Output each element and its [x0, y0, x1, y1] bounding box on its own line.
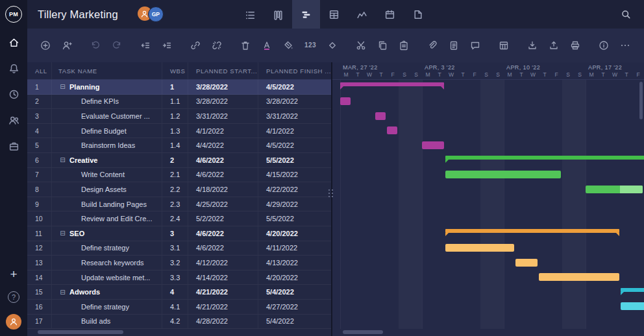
table-row[interactable]: 13 ⊟Research keywords 3.2 4/12/2022 4/13…	[27, 256, 331, 270]
gantt-bar[interactable]	[445, 156, 644, 160]
table-row[interactable]: 4 ⊟Define Budget 1.3 4/1/2022 4/1/2022	[27, 124, 331, 139]
export-button[interactable]	[547, 39, 560, 52]
sidebar-team-button[interactable]	[8, 115, 19, 126]
gantt-hscrollbar[interactable]	[332, 328, 644, 336]
view-activity-button[interactable]	[348, 0, 376, 29]
comment-button[interactable]	[469, 39, 482, 52]
more-button[interactable]	[619, 39, 632, 52]
gantt-hscroll-thumb[interactable]	[343, 330, 383, 334]
gantt-vscroll-thumb[interactable]	[639, 82, 643, 119]
assign-user-button[interactable]	[60, 39, 73, 52]
table-row[interactable]: 3 ⊟Evaluate Customer ... 1.2 3/31/2022 3…	[27, 109, 331, 124]
cell-planned-start: 5/2/2022	[188, 211, 258, 226]
milestone-icon	[327, 40, 338, 51]
copy-button[interactable]	[376, 39, 389, 52]
gantt-bar[interactable]	[539, 273, 619, 281]
gantt-bar[interactable]	[586, 186, 643, 193]
sidebar-recent-button[interactable]	[8, 89, 19, 100]
cell-wbs: 2.3	[162, 197, 188, 211]
title-bar: Tillery Marketing GP	[27, 0, 644, 29]
redo-button[interactable]	[110, 39, 123, 52]
cell-task-name: ⊟Define strategy	[52, 241, 162, 256]
view-list-button[interactable]	[236, 0, 264, 29]
column-header-start[interactable]: PLANNED START...	[188, 62, 258, 79]
table-row[interactable]: 8 ⊟Design Assets 2.2 4/18/2022 4/22/2022	[27, 182, 331, 197]
sidebar-help-button[interactable]: ?	[8, 291, 19, 303]
user-avatar[interactable]	[6, 314, 21, 330]
add-task-button[interactable]	[39, 39, 52, 52]
column-header-finish[interactable]: PLANNED FINISH ...	[258, 62, 331, 79]
activity-view-icon	[356, 9, 367, 20]
sidebar-notifications-button[interactable]	[8, 63, 19, 74]
sidebar-home-button[interactable]	[8, 37, 19, 48]
table-row[interactable]: 10 ⊟Review and Edit Cre... 2.4 5/2/2022 …	[27, 211, 331, 226]
gantt-bar[interactable]	[445, 171, 561, 178]
cell-planned-start: 3/31/2022	[188, 109, 258, 123]
table-row[interactable]: 9 ⊟Build Landing Pages 2.3 4/25/2022 4/2…	[27, 197, 331, 212]
view-calendar-button[interactable]	[376, 0, 404, 29]
table-row[interactable]: 1 ⊟Planning 1 3/28/2022 4/5/2022	[27, 80, 331, 95]
app-logo[interactable]: PM	[5, 6, 22, 23]
view-reports-button[interactable]	[404, 0, 432, 29]
table-row[interactable]: 6 ⊟Creative 2 4/6/2022 5/5/2022	[27, 153, 331, 168]
gantt-bar[interactable]	[445, 229, 619, 233]
column-header-all[interactable]: ALL	[27, 62, 52, 79]
fill-color-button[interactable]	[282, 39, 295, 52]
view-board-button[interactable]	[264, 0, 292, 29]
sidebar-projects-button[interactable]	[8, 141, 19, 152]
gantt-vscrollbar[interactable]	[639, 82, 643, 328]
collapse-icon[interactable]: ⊟	[58, 156, 67, 163]
collapse-icon[interactable]: ⊟	[58, 230, 67, 237]
table-hscroll-thumb[interactable]	[38, 330, 123, 334]
attach-button[interactable]	[426, 39, 439, 52]
gantt-bar[interactable]	[515, 259, 538, 267]
view-gantt-button[interactable]	[292, 0, 320, 29]
table-row[interactable]: 11 ⊟SEO 3 4/6/2022 4/20/2022	[27, 226, 331, 241]
search-button[interactable]	[618, 6, 634, 22]
gantt-bar[interactable]	[375, 112, 386, 120]
gantt-bar[interactable]	[387, 126, 397, 134]
unlink-icon	[212, 40, 222, 51]
cut-button[interactable]	[354, 39, 367, 52]
cell-task-name: ⊟Research keywords	[52, 256, 162, 270]
gantt-bar[interactable]	[422, 141, 444, 149]
table-row[interactable]: 14 ⊟Update website met... 3.3 4/14/2022 …	[27, 270, 331, 285]
table-grid-button[interactable]	[497, 39, 510, 52]
collapse-icon[interactable]: ⊟	[58, 289, 67, 296]
notes-button[interactable]	[447, 39, 460, 52]
gantt-bar[interactable]	[445, 244, 514, 252]
pane-splitter[interactable]	[328, 189, 333, 197]
gantt-bar[interactable]	[340, 82, 444, 86]
table-row[interactable]: 15 ⊟Adwords 4 4/21/2022 5/4/2022	[27, 285, 331, 300]
undo-button[interactable]	[89, 39, 102, 52]
view-sheet-button[interactable]	[320, 0, 348, 29]
member-avatar-2[interactable]: GP	[148, 6, 164, 22]
gantt-bar[interactable]	[340, 97, 351, 105]
table-row[interactable]: 17 ⊟Build ads 4.2 4/28/2022 5/4/2022	[27, 315, 331, 330]
numbers-button[interactable]: 123	[303, 41, 317, 50]
collapse-icon[interactable]: ⊟	[58, 83, 67, 90]
paste-button[interactable]	[397, 39, 410, 52]
delete-task-button[interactable]	[239, 39, 252, 52]
column-header-task[interactable]: TASK NAME	[52, 62, 162, 79]
link-tasks-button[interactable]	[189, 39, 202, 52]
table-row[interactable]: 7 ⊟Write Content 2.1 4/6/2022 4/15/2022	[27, 168, 331, 183]
table-row[interactable]: 5 ⊟Brainstorm Ideas 1.4 4/4/2022 4/5/202…	[27, 138, 331, 153]
unlink-tasks-button[interactable]	[210, 39, 223, 52]
clock-icon	[8, 89, 19, 100]
cell-planned-start: 4/18/2022	[188, 182, 258, 197]
print-button[interactable]	[569, 39, 582, 52]
info-button[interactable]	[597, 39, 610, 52]
fill-color-icon	[283, 40, 293, 51]
table-row[interactable]: 12 ⊟Define strategy 3.1 4/6/2022 4/11/20…	[27, 241, 331, 256]
font-color-button[interactable]	[260, 39, 273, 52]
table-row[interactable]: 2 ⊟Define KPIs 1.1 3/28/2022 3/28/2022	[27, 95, 331, 110]
column-header-wbs[interactable]: WBS	[162, 62, 188, 79]
indent-button[interactable]	[160, 39, 173, 52]
sidebar-add-button[interactable]: +	[10, 268, 17, 280]
table-row[interactable]: 16 ⊟Define strategy 4.1 4/21/2022 4/27/2…	[27, 300, 331, 315]
table-hscrollbar[interactable]	[27, 328, 331, 336]
milestone-button[interactable]	[326, 39, 339, 52]
outdent-button[interactable]	[139, 39, 152, 52]
import-button[interactable]	[526, 39, 539, 52]
